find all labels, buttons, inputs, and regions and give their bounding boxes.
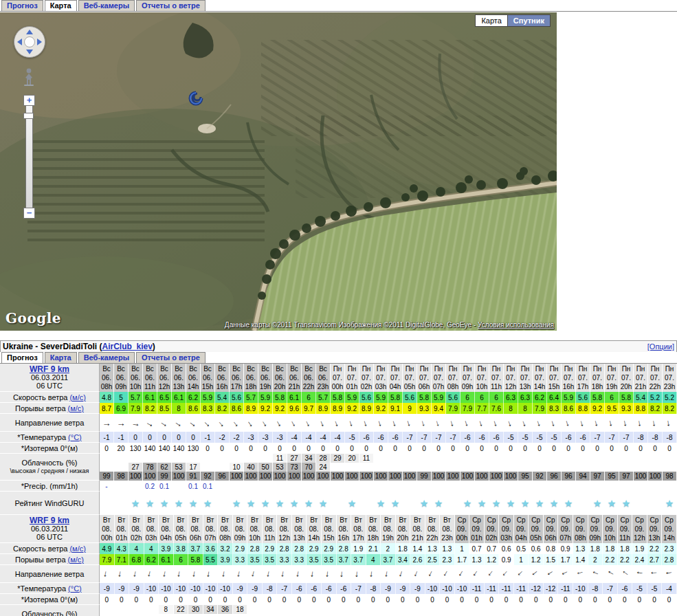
hour: 10h xyxy=(604,534,616,542)
zoom-slider-track[interactable] xyxy=(25,106,33,208)
wind-direction-cell: → xyxy=(115,565,130,583)
cloud-cell: 100 xyxy=(388,472,403,481)
options-link[interactable]: [Опции] xyxy=(647,342,674,351)
tab[interactable]: Веб-камеры xyxy=(78,352,135,363)
rating-cell: ★ xyxy=(388,492,403,515)
hour: 18h xyxy=(245,382,257,391)
temperature-cell: -7 xyxy=(403,432,417,443)
satellite-view-button[interactable]: Спутник xyxy=(508,14,551,27)
satellite-map[interactable]: Карта Спутник + − Google Данные карты ©2… xyxy=(0,12,557,331)
row-label-link[interactable]: (м/с) xyxy=(68,404,84,412)
row-label-link[interactable]: (м/с) xyxy=(69,544,85,553)
wind-speed-cell: 2.9 xyxy=(233,543,248,554)
row-label-link[interactable]: (м/с) xyxy=(68,556,84,564)
day-hour-header: Вт08.04h xyxy=(159,515,174,543)
precip-cell xyxy=(533,481,547,492)
temperature-cell: -4 xyxy=(331,432,345,443)
zoom-in-button[interactable]: + xyxy=(23,95,35,106)
day-name: Ср xyxy=(620,516,629,525)
day-hour-header: Ср09.11h xyxy=(618,515,633,543)
temperature-cell: -3 xyxy=(244,432,258,443)
wind-gust-cell: 7.7 xyxy=(475,403,489,414)
wind-speed-cell: 1.3 xyxy=(440,543,455,554)
rating-star-icon: ★ xyxy=(276,498,285,508)
day-hour-header: Ср09.01h xyxy=(469,515,485,543)
model-link[interactable]: WRF 9 km xyxy=(30,516,69,525)
spot-marker-icon[interactable] xyxy=(186,88,206,111)
wind-direction-arrow-icon: → xyxy=(515,568,527,580)
pan-down-icon[interactable] xyxy=(26,50,33,54)
cloud-cell xyxy=(403,463,417,472)
row-label-link[interactable]: (м/с) xyxy=(69,393,85,402)
day-hour-header: Пн07.02h xyxy=(359,364,374,392)
wind-speed-cell: 5.9 xyxy=(374,392,388,403)
day-name: Пн xyxy=(636,364,645,373)
tab[interactable]: Прогноз xyxy=(1,0,43,11)
day-name: Пн xyxy=(478,364,487,373)
map-view-button[interactable]: Карта xyxy=(475,14,507,27)
wind-direction-cell: → xyxy=(460,414,475,432)
row-label-link[interactable]: (°C) xyxy=(68,433,82,441)
wind-gust-cell: 9.3 xyxy=(417,403,432,414)
rating-star-icon: ★ xyxy=(304,498,313,508)
zoom-slider-handle[interactable] xyxy=(23,113,34,119)
day-hour-header: Вт08.08h xyxy=(218,515,233,543)
day-hour-header: Вс06.09h xyxy=(114,364,129,392)
terms-of-use-link[interactable]: Условия использования xyxy=(478,321,554,329)
map-tabbar: ПрогнозКартаВеб-камерыОтчеты о ветре xyxy=(0,0,677,12)
wind-gust-cell: 2.5 xyxy=(425,554,441,565)
pegman-control[interactable] xyxy=(23,67,35,86)
wind-direction-arrow-icon: → xyxy=(361,417,372,428)
temperature-cell: -6 xyxy=(322,583,337,594)
tab[interactable]: Отчеты о ветре xyxy=(136,352,206,363)
tab[interactable]: Карта xyxy=(45,352,77,363)
wind-direction-cell: → xyxy=(302,414,316,432)
pan-up-icon[interactable] xyxy=(26,30,33,34)
wind-direction-cell: → xyxy=(558,565,573,583)
tab[interactable]: Прогноз xyxy=(1,352,43,363)
day-hour-header: Пн07.20h xyxy=(619,364,634,392)
tab[interactable]: Отчеты о ветре xyxy=(136,0,206,11)
day-hour-header: Вс06.10h xyxy=(129,364,143,392)
row-label: *Изотерма 0°(м) xyxy=(0,594,100,605)
pan-control[interactable] xyxy=(14,26,45,58)
day-name: Пн xyxy=(579,364,588,373)
club-link[interactable]: AirClub_kiev xyxy=(102,342,153,351)
tab[interactable]: Карта xyxy=(45,0,77,11)
cloud-cell: 24 xyxy=(316,463,331,472)
rating-cell: ★ xyxy=(258,492,273,515)
hour: 07h xyxy=(433,382,445,391)
model-link[interactable]: WRF 9 km xyxy=(30,365,69,373)
wind-direction-arrow-icon: → xyxy=(485,568,498,580)
day-date: 09. xyxy=(634,525,644,534)
precip-cell xyxy=(273,481,287,492)
wind-speed-cell: 0.6 xyxy=(529,543,544,554)
tab[interactable]: Веб-камеры xyxy=(78,0,135,11)
day-hour-header: Ср09.13h xyxy=(647,515,663,543)
wind-direction-cell: → xyxy=(529,565,544,583)
wind-direction-arrow-icon: → xyxy=(302,417,314,428)
wind-gust-cell: 3.3 xyxy=(277,554,292,565)
pan-left-icon[interactable] xyxy=(17,38,22,45)
isotherm-cell: 0 xyxy=(100,594,115,605)
wind-gust-cell: 3.7 xyxy=(351,554,366,565)
google-logo[interactable]: Google xyxy=(5,310,61,327)
rating-star-icon: ★ xyxy=(593,498,602,508)
wind-gust-cell: 3.5 xyxy=(307,554,322,565)
day-hour-header: Ср09.00h xyxy=(455,515,470,543)
pan-hand-icon[interactable] xyxy=(24,36,35,47)
wind-gust-cell: 7.9 xyxy=(100,554,115,565)
wind-speed-cell: 6.3 xyxy=(518,392,533,403)
isotherm-cell: 0 xyxy=(440,594,455,605)
zoom-out-button[interactable]: − xyxy=(23,208,35,219)
day-date: 06. xyxy=(260,373,270,382)
day-date: 09. xyxy=(487,525,496,534)
day-name: Вс xyxy=(131,364,140,373)
isotherm-cell: 0 xyxy=(460,443,475,454)
pan-right-icon[interactable] xyxy=(37,38,42,45)
day-hour-header: Пн07.11h xyxy=(489,364,504,392)
wind-direction-cell: → xyxy=(648,414,663,432)
row-label-link[interactable]: (°C) xyxy=(68,584,82,593)
wind-gust-cell: 7.9 xyxy=(533,403,547,414)
hour: 04h xyxy=(390,382,401,391)
